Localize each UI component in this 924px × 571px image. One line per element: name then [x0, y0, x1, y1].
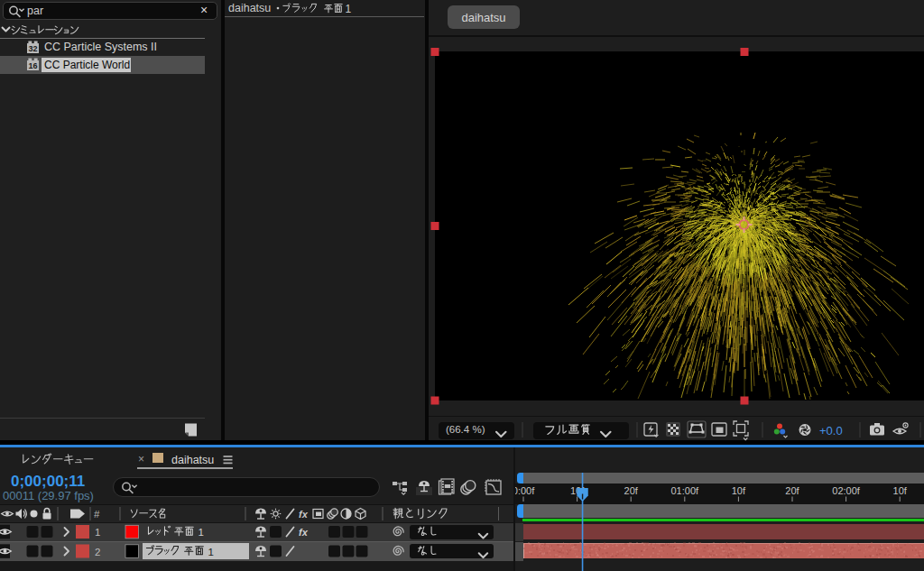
- svg-text:20f: 20f: [785, 485, 799, 496]
- svg-text:20f: 20f: [624, 485, 639, 496]
- svg-text:0:00f: 0:00f: [513, 485, 535, 496]
- svg-text:×: ×: [138, 453, 144, 465]
- svg-text:fx: fx: [299, 527, 309, 538]
- svg-text:+0.0: +0.0: [819, 424, 843, 437]
- svg-text:10f: 10f: [893, 485, 908, 496]
- svg-text:2: 2: [95, 547, 100, 557]
- svg-text:02:00f: 02:00f: [832, 485, 861, 496]
- svg-text:01:00f: 01:00f: [671, 485, 700, 496]
- svg-text:32: 32: [28, 44, 37, 53]
- svg-text:1: 1: [346, 3, 352, 15]
- svg-text:1: 1: [95, 527, 100, 538]
- svg-text:1: 1: [199, 527, 204, 538]
- svg-text:#: #: [94, 509, 100, 520]
- svg-text:16: 16: [28, 61, 37, 70]
- svg-text:1: 1: [208, 547, 214, 557]
- svg-text:10f: 10f: [732, 485, 746, 496]
- svg-text:fx: fx: [299, 509, 309, 520]
- svg-text:×: ×: [200, 3, 208, 17]
